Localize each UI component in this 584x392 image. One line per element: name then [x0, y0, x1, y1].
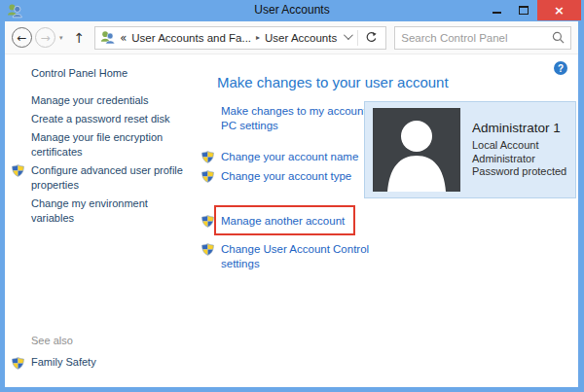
forward-icon: → [40, 32, 50, 44]
search-input[interactable] [401, 32, 552, 44]
breadcrumb-parent[interactable]: User Accounts and Fa... [131, 32, 251, 44]
window-controls: × [483, 0, 581, 20]
refresh-button[interactable] [365, 31, 378, 44]
link-label: Change your account name [221, 150, 358, 164]
user-accounts-mini-icon [100, 30, 115, 45]
link-label: Change User Account Control settings [221, 242, 386, 271]
search-icon[interactable] [552, 31, 565, 44]
breadcrumb-current[interactable]: User Accounts [265, 32, 337, 44]
refresh-icon [365, 31, 378, 44]
sidebar-item-control-panel-home[interactable]: Control Panel Home [31, 67, 183, 79]
uac-shield-icon [201, 170, 214, 183]
link-pc-settings[interactable]: Make changes to my account in PC setting… [221, 104, 379, 133]
uac-shield-icon [12, 357, 24, 370]
content-area: ? Control Panel Home Manage your credent… [5, 54, 578, 387]
link-label: Manage another account [221, 215, 345, 227]
page-title: Make changes to your user account [217, 74, 571, 90]
account-name: Administrator 1 [472, 121, 566, 135]
uac-shield-icon [12, 164, 24, 177]
link-manage-another-account[interactable]: Manage another account [201, 205, 571, 235]
sidebar-item-advanced-profile[interactable]: Configure advanced user profile properti… [31, 163, 183, 193]
address-dropdown-icon[interactable] [344, 30, 353, 40]
navigation-bar: ← → ▾ ↑ « User Accounts and Fa... ▸ User… [5, 21, 578, 54]
sidebar-item-password-reset-disk[interactable]: Create a password reset disk [31, 112, 183, 126]
breadcrumb-separator-icon: ▸ [256, 33, 260, 42]
user-accounts-window: User Accounts × ← → ▾ ↑ « User Accounts … [0, 0, 584, 392]
sidebar-item-environment-variables[interactable]: Change my environment variables [31, 196, 183, 226]
maximize-button[interactable] [510, 0, 537, 20]
history-dropdown-button[interactable]: ▾ [59, 34, 63, 42]
link-label: Change your account type [221, 169, 351, 184]
sidebar: Control Panel Home Manage your credentia… [31, 67, 183, 230]
up-button[interactable]: ↑ [74, 30, 86, 46]
sidebar-item-family-safety[interactable]: Family Safety [31, 356, 183, 368]
titlebar: User Accounts × [0, 0, 584, 21]
link-change-uac-settings[interactable]: Change User Account Control settings [201, 242, 571, 271]
breadcrumb: « User Accounts and Fa... ▸ User Account… [120, 31, 340, 45]
forward-button[interactable]: → [35, 27, 55, 48]
uac-shield-icon [201, 215, 214, 228]
see-also-label: See also [31, 335, 183, 346]
account-role: Administrator [472, 153, 566, 166]
link-label: Make changes to my account in PC setting… [221, 104, 379, 133]
sidebar-item-file-encryption[interactable]: Manage your file encryption certificates [31, 130, 183, 160]
sidebar-item-label: Family Safety [31, 356, 96, 368]
account-info: Administrator 1 Local Account Administra… [472, 108, 566, 192]
minimize-button[interactable] [483, 0, 510, 20]
help-button[interactable]: ? [554, 61, 567, 75]
collapsed-crumbs-icon[interactable]: « [120, 31, 127, 45]
red-highlight-box: Manage another account [214, 205, 355, 235]
account-type: Local Account [472, 139, 566, 153]
see-also-section: See also Family Safety [31, 335, 183, 368]
sidebar-item-label: Configure advanced user profile properti… [31, 164, 183, 191]
sidebar-item-manage-credentials[interactable]: Manage your credentials [31, 93, 183, 108]
minimize-icon [493, 12, 501, 14]
close-icon: × [554, 3, 565, 18]
back-icon: ← [17, 32, 26, 44]
help-icon: ? [558, 63, 564, 74]
close-button[interactable]: × [537, 0, 581, 20]
user-account-tile: Administrator 1 Local Account Administra… [364, 101, 576, 198]
account-password-status: Password protected [472, 165, 566, 179]
back-button[interactable]: ← [12, 27, 32, 48]
avatar [373, 108, 460, 192]
search-box [394, 26, 571, 50]
uac-shield-icon [201, 151, 214, 163]
maximize-icon [519, 6, 529, 15]
address-bar[interactable]: « User Accounts and Fa... ▸ User Account… [94, 26, 386, 50]
uac-shield-icon [201, 243, 214, 256]
address-divider [357, 30, 358, 46]
